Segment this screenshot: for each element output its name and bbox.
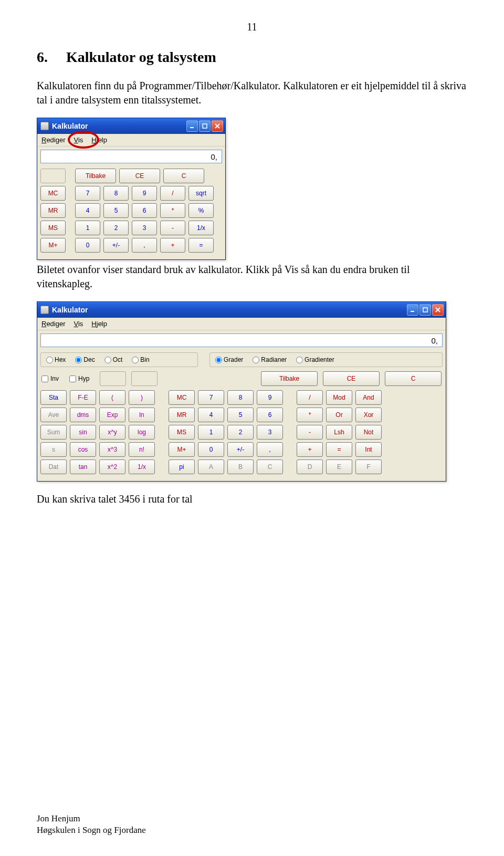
key--[interactable]: +/- [227, 442, 254, 457]
key--[interactable]: ( [99, 390, 125, 405]
key-3[interactable]: 3 [257, 425, 283, 440]
key-7[interactable]: 7 [75, 186, 100, 201]
key-c[interactable]: C [385, 371, 442, 386]
key-7[interactable]: 7 [198, 390, 224, 405]
key-9[interactable]: 9 [132, 186, 157, 201]
key-exp[interactable]: Exp [99, 408, 125, 422]
minimize-button[interactable] [407, 304, 418, 316]
key--[interactable]: + [297, 442, 323, 457]
key-ave[interactable]: Ave [40, 408, 67, 422]
key--[interactable]: / [297, 390, 323, 405]
key-3[interactable]: 3 [132, 221, 157, 235]
key-mc[interactable]: MC [169, 390, 195, 405]
key--[interactable]: , [257, 442, 283, 457]
key-6[interactable]: 6 [132, 203, 157, 218]
key-f-e[interactable]: F-E [70, 390, 96, 405]
key-1[interactable]: 1 [198, 425, 224, 440]
key-5[interactable]: 5 [227, 408, 254, 422]
key-b[interactable]: B [227, 460, 254, 474]
radio-oct[interactable]: Oct [104, 356, 123, 363]
key-ms[interactable]: MS [40, 221, 66, 235]
titlebar[interactable]: Kalkulator [37, 118, 225, 134]
key-8[interactable]: 8 [103, 186, 129, 201]
key-dms[interactable]: dms [70, 408, 96, 422]
key-ms[interactable]: MS [169, 425, 195, 440]
menu-hjelp[interactable]: Hjelp [91, 136, 107, 144]
key-and[interactable]: And [355, 390, 382, 405]
key-+[interactable]: + [160, 238, 185, 253]
key-sum[interactable]: Sum [40, 425, 67, 440]
key-cos[interactable]: cos [70, 442, 96, 457]
key-sta[interactable]: Sta [40, 390, 67, 405]
key-+/-[interactable]: +/- [103, 238, 129, 253]
radio-grader[interactable]: Grader [215, 356, 243, 363]
key-tilbake[interactable]: Tilbake [261, 371, 318, 386]
key-log[interactable]: log [129, 425, 155, 440]
key-x-3[interactable]: x^3 [99, 442, 125, 457]
minimize-button[interactable] [186, 120, 198, 132]
key-2[interactable]: 2 [103, 221, 129, 235]
key--[interactable]: - [160, 221, 185, 235]
key-f[interactable]: F [355, 460, 382, 474]
checkbox-hyp[interactable]: Hyp [69, 375, 89, 382]
key-tan[interactable]: tan [70, 460, 96, 474]
menu-vis[interactable]: Vis [74, 320, 83, 328]
menu-hjelp[interactable]: Hjelp [91, 320, 107, 328]
titlebar[interactable]: Kalkulator [37, 302, 446, 318]
key-a[interactable]: A [198, 460, 224, 474]
key-tilbake[interactable]: Tilbake [75, 169, 116, 183]
key-ce[interactable]: CE [323, 371, 380, 386]
key-x-y[interactable]: x^y [99, 425, 125, 440]
key-int[interactable]: Int [355, 442, 382, 457]
key-0[interactable]: 0 [75, 238, 100, 253]
key-mod[interactable]: Mod [326, 390, 352, 405]
key-x-2[interactable]: x^2 [99, 460, 125, 474]
key-e[interactable]: E [326, 460, 352, 474]
key--[interactable]: * [297, 408, 323, 422]
key-ce[interactable]: CE [119, 169, 160, 183]
key-mc[interactable]: MC [40, 186, 66, 201]
key-m-[interactable]: M+ [169, 442, 195, 457]
menu-rediger[interactable]: Rediger [41, 320, 66, 328]
key-4[interactable]: 4 [75, 203, 100, 218]
key-1-x[interactable]: 1/x [129, 460, 155, 474]
key-ln[interactable]: ln [129, 408, 155, 422]
key-mr[interactable]: MR [40, 203, 66, 218]
radio-radianer[interactable]: Radianer [253, 356, 287, 363]
key-2[interactable]: 2 [227, 425, 254, 440]
maximize-button[interactable] [419, 304, 431, 316]
key-9[interactable]: 9 [257, 390, 283, 405]
radio-gradienter[interactable]: Gradienter [296, 356, 334, 363]
key-6[interactable]: 6 [257, 408, 283, 422]
key--[interactable]: - [297, 425, 323, 440]
key-sin[interactable]: sin [70, 425, 96, 440]
key-d[interactable]: D [297, 460, 323, 474]
key-m+[interactable]: M+ [40, 238, 66, 253]
menu-vis[interactable]: Vis [74, 136, 83, 144]
menu-rediger[interactable]: Rediger [41, 136, 66, 144]
key-8[interactable]: 8 [227, 390, 254, 405]
key-n-[interactable]: n! [129, 442, 155, 457]
key-5[interactable]: 5 [103, 203, 129, 218]
key-c[interactable]: C [163, 169, 204, 183]
maximize-button[interactable] [199, 120, 211, 132]
key-1/x[interactable]: 1/x [188, 221, 214, 235]
checkbox-inv[interactable]: Inv [41, 375, 59, 382]
key-not[interactable]: Not [355, 425, 382, 440]
key-=[interactable]: = [188, 238, 214, 253]
radio-bin[interactable]: Bin [132, 356, 149, 363]
close-button[interactable] [432, 304, 444, 316]
key-0[interactable]: 0 [198, 442, 224, 457]
key-or[interactable]: Or [326, 408, 352, 422]
key--[interactable]: = [326, 442, 352, 457]
key-s[interactable]: s [40, 442, 67, 457]
radio-dec[interactable]: Dec [75, 356, 94, 363]
close-button[interactable] [212, 120, 223, 132]
key-pi[interactable]: pi [169, 460, 195, 474]
radio-hex[interactable]: Hex [46, 356, 66, 363]
key-1[interactable]: 1 [75, 221, 100, 235]
key-%[interactable]: % [188, 203, 214, 218]
key-/[interactable]: / [160, 186, 185, 201]
key-mr[interactable]: MR [169, 408, 195, 422]
key-sqrt[interactable]: sqrt [188, 186, 214, 201]
